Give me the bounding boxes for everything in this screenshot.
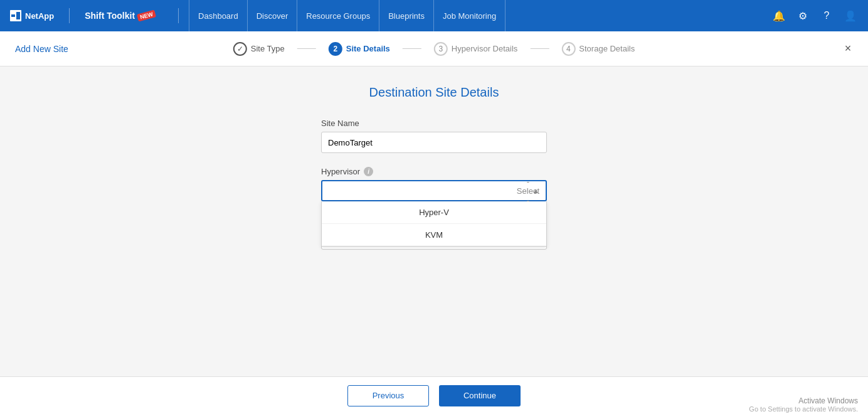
nav-links: Dashboard Discover Resource Groups Bluep… — [189, 0, 771, 31]
step-4-label: Storage Details — [579, 44, 635, 53]
site-name-input[interactable] — [321, 132, 547, 153]
footer: Previous Continue Activate Windows Go to… — [0, 376, 868, 414]
step-circle-2: 2 — [329, 42, 342, 56]
wizard-step-3[interactable]: 3 Hypervisor Details — [434, 42, 517, 56]
nav-right: 🔔 ⚙ ? 👤 — [771, 8, 858, 23]
hypervisor-label: Hypervisor i — [321, 167, 547, 176]
nav-blueprints[interactable]: Blueprints — [379, 0, 434, 31]
previous-button[interactable]: Previous — [347, 385, 429, 406]
hypervisor-option-kvm[interactable]: KVM — [322, 224, 546, 246]
hypervisor-dropdown[interactable]: - Select - ▲ — [321, 180, 547, 201]
wizard-steps: Site Type 2 Site Details 3 Hypervisor De… — [233, 42, 635, 56]
top-navigation: NetApp Shift Toolkit NEW Dashboard Disco… — [0, 0, 868, 31]
hypervisor-info-icon[interactable]: i — [364, 167, 373, 176]
nav-dashboard[interactable]: Dashboard — [189, 0, 248, 31]
netapp-logo: NetApp — [10, 10, 54, 21]
svg-rect-2 — [16, 12, 20, 19]
step-sep-1 — [297, 48, 316, 49]
step-2-label: Site Details — [346, 44, 390, 53]
gear-icon[interactable]: ⚙ — [795, 8, 810, 23]
activate-windows-sub: Go to Settings to activate Windows. — [749, 405, 858, 413]
brand-area: NetApp Shift Toolkit NEW — [10, 8, 156, 23]
site-name-label: Site Name — [321, 119, 547, 128]
step-circle-1 — [233, 42, 247, 56]
hypervisor-dropdown-menu: Hyper-V KVM — [321, 201, 547, 247]
help-icon[interactable]: ? — [819, 8, 834, 23]
step-sep-3 — [530, 48, 549, 49]
netapp-icon — [10, 10, 21, 21]
hypervisor-group: Hypervisor i - Select - ▲ Hyper-V KVM — [321, 167, 547, 201]
sub-header: Add New Site Site Type 2 Site Details 3 … — [0, 31, 868, 66]
step-circle-3: 3 — [434, 42, 448, 56]
wizard-step-4[interactable]: 4 Storage Details — [561, 42, 635, 56]
step-1-label: Site Type — [251, 44, 285, 53]
checkmark-icon — [237, 45, 243, 53]
form-container: Site Name Hypervisor i - Select - ▲ Hype… — [321, 119, 547, 263]
main-content: Destination Site Details Site Name Hyper… — [0, 66, 868, 376]
wizard-step-1[interactable]: Site Type — [233, 42, 285, 56]
form-title: Destination Site Details — [369, 85, 499, 100]
hypervisor-option-hyperv[interactable]: Hyper-V — [322, 201, 546, 224]
user-icon[interactable]: 👤 — [843, 8, 858, 23]
nav-divider-1 — [69, 8, 70, 23]
step-circle-4: 4 — [561, 42, 575, 56]
nav-divider-2 — [178, 8, 179, 23]
svg-rect-1 — [11, 14, 15, 17]
nav-job-monitoring[interactable]: Job Monitoring — [434, 0, 505, 31]
activate-windows-title: Activate Windows — [749, 396, 858, 405]
wizard-step-2[interactable]: 2 Site Details — [329, 42, 390, 56]
activate-windows: Activate Windows Go to Settings to activ… — [749, 396, 858, 413]
page-title: Add New Site — [15, 44, 68, 54]
product-label: Shift Toolkit NEW — [85, 11, 156, 21]
site-name-group: Site Name — [321, 119, 547, 153]
nav-discover[interactable]: Discover — [248, 0, 298, 31]
nav-resource-groups[interactable]: Resource Groups — [297, 0, 379, 31]
bell-icon[interactable]: 🔔 — [771, 8, 786, 23]
continue-button[interactable]: Continue — [439, 385, 521, 406]
hypervisor-search-input[interactable] — [329, 186, 517, 196]
new-badge: NEW — [137, 9, 156, 21]
close-button[interactable]: × — [840, 41, 855, 56]
step-3-label: Hypervisor Details — [452, 44, 517, 53]
hypervisor-dropdown-wrapper: - Select - ▲ Hyper-V KVM — [321, 180, 547, 201]
step-sep-2 — [403, 48, 421, 49]
netapp-label: NetApp — [25, 11, 54, 21]
dropdown-arrow-icon: ▲ — [532, 187, 539, 194]
